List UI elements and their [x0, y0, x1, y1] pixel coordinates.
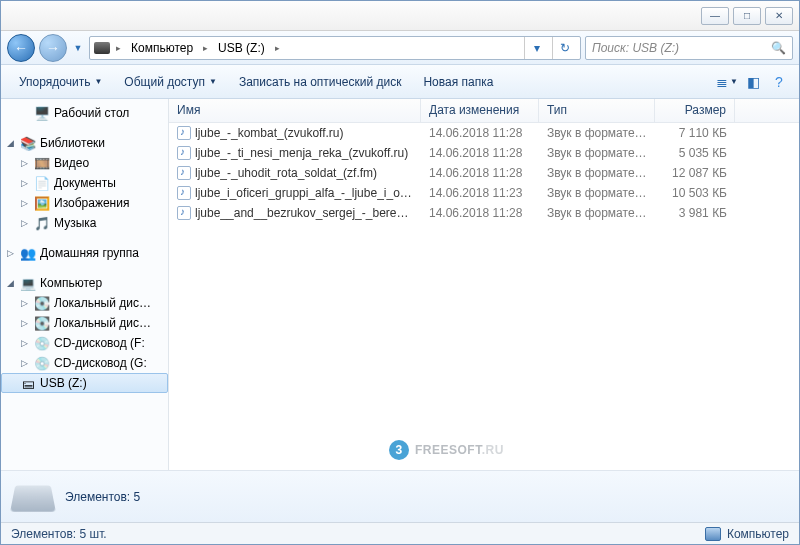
computer-icon	[705, 527, 721, 541]
file-name: ljube_-_uhodit_rota_soldat_(zf.fm)	[195, 166, 377, 180]
column-name[interactable]: Имя	[169, 99, 421, 122]
breadcrumb-chevron-icon[interactable]: ▸	[201, 43, 210, 53]
toolbar: Упорядочить▼ Общий доступ▼ Записать на о…	[1, 65, 799, 99]
file-date: 14.06.2018 11:23	[421, 186, 539, 200]
file-size: 7 110 КБ	[655, 126, 735, 140]
search-input[interactable]: Поиск: USB (Z:)	[585, 36, 793, 60]
expand-icon[interactable]: ▷	[19, 358, 30, 368]
file-row[interactable]: ljube_-_uhodit_rota_soldat_(zf.fm)14.06.…	[169, 163, 799, 183]
file-row[interactable]: ljube_-_ti_nesi_menja_reka_(zvukoff.ru)1…	[169, 143, 799, 163]
maximize-button[interactable]: □	[733, 7, 761, 25]
computer-icon: 💻	[20, 275, 36, 291]
expand-icon[interactable]: ▷	[19, 158, 30, 168]
sidebar-item-local-disk[interactable]: ▷💽Локальный дис…	[1, 293, 168, 313]
file-type: Звук в формате ...	[539, 166, 655, 180]
music-icon: 🎵	[34, 215, 50, 231]
file-type: Звук в формате ...	[539, 206, 655, 220]
sidebar-item-homegroup[interactable]: ▷👥Домашняя группа	[1, 243, 168, 263]
address-bar[interactable]: ▸ Компьютер ▸ USB (Z:) ▸ ▾ ↻	[89, 36, 581, 60]
file-date: 14.06.2018 11:28	[421, 166, 539, 180]
drive-large-icon	[10, 485, 56, 511]
drive-icon: 💽	[34, 295, 50, 311]
share-button[interactable]: Общий доступ▼	[114, 71, 227, 93]
cd-icon: 💿	[34, 355, 50, 371]
sidebar-item-cd-g[interactable]: ▷💿CD-дисковод (G:	[1, 353, 168, 373]
column-size[interactable]: Размер	[655, 99, 735, 122]
back-button[interactable]: ←	[7, 34, 35, 62]
expand-icon[interactable]: ▷	[19, 318, 30, 328]
breadcrumb-chevron-icon[interactable]: ▸	[273, 43, 282, 53]
column-headers: Имя Дата изменения Тип Размер	[169, 99, 799, 123]
file-type: Звук в формате ...	[539, 186, 655, 200]
file-name: ljube_i_oficeri_gruppi_alfa_-_ljube_i_of…	[195, 186, 421, 200]
file-row[interactable]: ljube_i_oficeri_gruppi_alfa_-_ljube_i_of…	[169, 183, 799, 203]
column-date[interactable]: Дата изменения	[421, 99, 539, 122]
sidebar-item-local-disk-2[interactable]: ▷💽Локальный дис…	[1, 313, 168, 333]
expand-icon[interactable]: ▷	[19, 338, 30, 348]
preview-pane-button[interactable]: ◧	[741, 70, 765, 94]
expand-icon[interactable]: ▷	[19, 198, 30, 208]
cd-icon: 💿	[34, 335, 50, 351]
collapse-icon[interactable]: ◢	[5, 138, 16, 148]
video-icon: 🎞️	[34, 155, 50, 171]
history-dropdown[interactable]: ▼	[71, 34, 85, 62]
titlebar: — □ ✕	[1, 1, 799, 31]
refresh-button[interactable]: ↻	[552, 37, 576, 59]
homegroup-icon: 👥	[20, 245, 36, 261]
file-row[interactable]: ljube__and__bezrukov_sergej_-_berezi_(zv…	[169, 203, 799, 223]
sidebar-item-libraries[interactable]: ◢📚Библиотеки	[1, 133, 168, 153]
expand-icon[interactable]: ▷	[5, 248, 16, 258]
file-rows: ljube_-_kombat_(zvukoff.ru)14.06.2018 11…	[169, 123, 799, 470]
minimize-button[interactable]: —	[701, 7, 729, 25]
expand-icon[interactable]: ▷	[19, 218, 30, 228]
file-date: 14.06.2018 11:28	[421, 126, 539, 140]
audio-file-icon	[177, 166, 191, 180]
status-location: Компьютер	[705, 527, 789, 541]
view-options-button[interactable]: ≣ ▼	[715, 70, 739, 94]
sidebar-item-video[interactable]: ▷🎞️Видео	[1, 153, 168, 173]
file-row[interactable]: ljube_-_kombat_(zvukoff.ru)14.06.2018 11…	[169, 123, 799, 143]
details-summary: Элементов: 5	[65, 490, 140, 504]
address-dropdown[interactable]: ▾	[524, 37, 548, 59]
expand-icon[interactable]: ▷	[19, 178, 30, 188]
file-list: Имя Дата изменения Тип Размер ljube_-_ko…	[169, 99, 799, 470]
sidebar-item-usb[interactable]: 🖴USB (Z:)	[1, 373, 168, 393]
organize-button[interactable]: Упорядочить▼	[9, 71, 112, 93]
file-name: ljube_-_ti_nesi_menja_reka_(zvukoff.ru)	[195, 146, 408, 160]
desktop-icon: 🖥️	[34, 105, 50, 121]
sidebar-item-documents[interactable]: ▷📄Документы	[1, 173, 168, 193]
file-type: Звук в формате ...	[539, 146, 655, 160]
search-placeholder: Поиск: USB (Z:)	[592, 41, 679, 55]
forward-button[interactable]: →	[39, 34, 67, 62]
file-size: 3 981 КБ	[655, 206, 735, 220]
content-area: 🖥️Рабочий стол ◢📚Библиотеки ▷🎞️Видео ▷📄Д…	[1, 99, 799, 470]
audio-file-icon	[177, 186, 191, 200]
sidebar-item-desktop[interactable]: 🖥️Рабочий стол	[1, 103, 168, 123]
file-type: Звук в формате ...	[539, 126, 655, 140]
sidebar-item-music[interactable]: ▷🎵Музыка	[1, 213, 168, 233]
breadcrumb-chevron-icon[interactable]: ▸	[114, 43, 123, 53]
navigation-pane: 🖥️Рабочий стол ◢📚Библиотеки ▷🎞️Видео ▷📄Д…	[1, 99, 169, 470]
collapse-icon[interactable]: ◢	[5, 278, 16, 288]
navigation-bar: ← → ▼ ▸ Компьютер ▸ USB (Z:) ▸ ▾ ↻ Поиск…	[1, 31, 799, 65]
sidebar-item-cd-f[interactable]: ▷💿CD-дисковод (F:	[1, 333, 168, 353]
help-button[interactable]: ?	[767, 70, 791, 94]
breadcrumb-usb[interactable]: USB (Z:)	[214, 41, 269, 55]
file-size: 12 087 КБ	[655, 166, 735, 180]
audio-file-icon	[177, 146, 191, 160]
column-type[interactable]: Тип	[539, 99, 655, 122]
file-name: ljube_-_kombat_(zvukoff.ru)	[195, 126, 344, 140]
status-item-count: Элементов: 5 шт.	[11, 527, 107, 541]
sidebar-item-computer[interactable]: ◢💻Компьютер	[1, 273, 168, 293]
file-size: 5 035 КБ	[655, 146, 735, 160]
audio-file-icon	[177, 206, 191, 220]
breadcrumb-computer[interactable]: Компьютер	[127, 41, 197, 55]
close-button[interactable]: ✕	[765, 7, 793, 25]
expand-icon[interactable]: ▷	[19, 298, 30, 308]
sidebar-item-pictures[interactable]: ▷🖼️Изображения	[1, 193, 168, 213]
new-folder-button[interactable]: Новая папка	[413, 71, 503, 93]
watermark: 3 FREESOFT.RU	[389, 440, 504, 460]
drive-icon: 💽	[34, 315, 50, 331]
burn-button[interactable]: Записать на оптический диск	[229, 71, 412, 93]
status-bar: Элементов: 5 шт. Компьютер	[1, 522, 799, 544]
